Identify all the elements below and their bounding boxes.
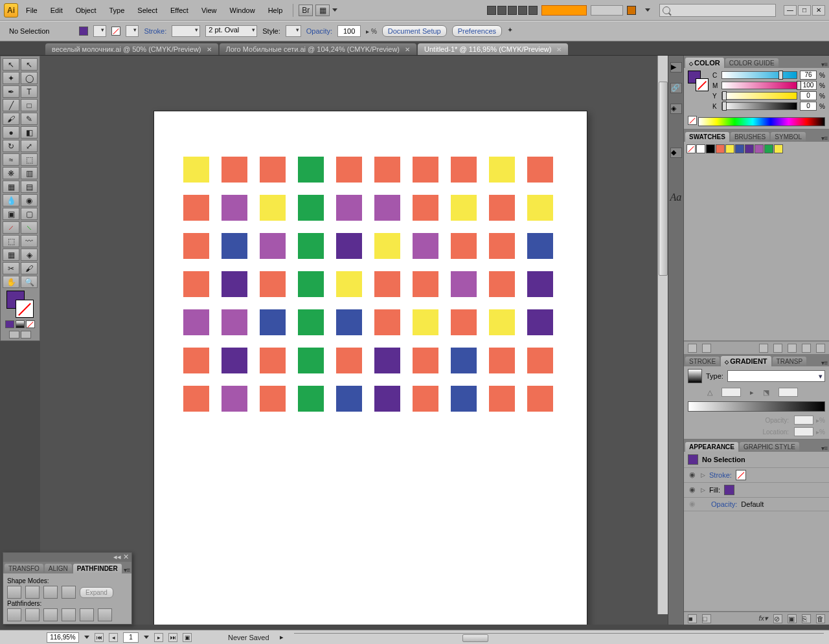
workspace-extra[interactable] <box>591 5 623 16</box>
grid-square[interactable] <box>298 309 324 335</box>
ws-icon[interactable] <box>508 6 517 15</box>
close-button[interactable]: ✕ <box>812 5 825 16</box>
grid-square[interactable] <box>527 386 553 412</box>
perspective-select-tool[interactable]: ◈ <box>21 249 38 261</box>
grid-square[interactable] <box>260 309 286 335</box>
bridge-icon[interactable]: Br <box>299 5 313 16</box>
appearance-stroke-label[interactable]: Stroke: <box>709 471 732 479</box>
menu-effect[interactable]: Effect <box>165 4 194 17</box>
grid-square[interactable] <box>527 195 553 221</box>
workspace-close-icon[interactable] <box>627 6 636 15</box>
maximize-button[interactable]: □ <box>798 5 811 16</box>
grid-square[interactable] <box>413 309 438 335</box>
artboard-tool[interactable]: ⬚ <box>3 235 19 247</box>
grid-square[interactable] <box>183 348 209 373</box>
color-value-input[interactable]: 76 <box>800 71 817 80</box>
expand-button[interactable]: Expand <box>80 587 113 598</box>
grid-square[interactable] <box>374 157 400 183</box>
ws-icon[interactable] <box>497 6 506 15</box>
grid-square[interactable] <box>413 195 438 221</box>
slice-tool[interactable]: ⟍ <box>21 221 38 234</box>
swatch[interactable] <box>696 144 705 153</box>
tab-color[interactable]: ◇COLOR <box>685 58 724 68</box>
grid-square[interactable] <box>489 348 515 373</box>
menu-type[interactable]: Type <box>104 4 130 17</box>
grid-square[interactable] <box>489 271 515 297</box>
scissors-tool[interactable]: ✂ <box>3 262 19 274</box>
close-icon[interactable]: ✕ <box>405 46 410 53</box>
warp-tool[interactable]: ≈ <box>3 153 19 166</box>
grid-square[interactable] <box>298 348 324 373</box>
artboard-nav-icon[interactable]: ▣ <box>183 633 192 642</box>
grid-square[interactable] <box>336 386 362 412</box>
line-tool[interactable]: ╱ <box>3 99 19 111</box>
ws-icon[interactable] <box>528 6 538 15</box>
tab-color-guide[interactable]: COLOR GUIDE <box>725 58 778 68</box>
fill-dropdown[interactable] <box>93 25 106 37</box>
gradient-type-select[interactable] <box>727 370 825 382</box>
crop-button[interactable] <box>62 608 76 621</box>
eraser-tool[interactable]: ◧ <box>21 126 38 139</box>
blend-tool[interactable]: ◉ <box>21 194 38 206</box>
horizontal-scrollbar[interactable] <box>294 633 824 642</box>
scrollbar-thumb[interactable] <box>659 82 668 276</box>
grid-square[interactable] <box>260 157 286 183</box>
close-icon[interactable]: ✕ <box>556 46 562 53</box>
preferences-button[interactable]: Preferences <box>452 25 502 37</box>
opacity-label[interactable]: Opacity: <box>306 27 332 35</box>
color-mode-none[interactable] <box>26 320 35 328</box>
grid-square[interactable] <box>527 233 553 259</box>
menu-view[interactable]: View <box>196 4 222 17</box>
visibility-toggle[interactable]: ◉ <box>688 471 697 480</box>
delete-swatch-icon[interactable] <box>816 344 825 353</box>
outline-button[interactable] <box>80 608 94 621</box>
grid-square[interactable] <box>451 348 477 373</box>
blob-brush-tool[interactable]: ● <box>3 126 19 139</box>
pencil-tool[interactable]: ✎ <box>21 113 38 125</box>
panel-menu-icon[interactable]: ▾≡ <box>820 359 829 366</box>
gradient-location-input[interactable] <box>794 427 813 436</box>
hand-tool[interactable]: ✋ <box>3 276 19 288</box>
grid-square[interactable] <box>489 195 515 221</box>
vertical-scrollbar[interactable] <box>657 56 668 614</box>
grid-square[interactable] <box>527 271 553 297</box>
grid-square[interactable] <box>527 309 553 335</box>
grid-square[interactable] <box>336 195 362 221</box>
grid-square[interactable] <box>413 233 438 259</box>
grid-square[interactable] <box>298 195 324 221</box>
swatch[interactable] <box>716 144 725 153</box>
knife-tool[interactable]: 🖌 <box>21 262 38 274</box>
rotate-tool[interactable]: ↻ <box>3 140 19 152</box>
grid-square[interactable] <box>451 271 477 297</box>
unite-button[interactable] <box>7 586 21 599</box>
live-paint-selection-tool[interactable]: ▢ <box>21 208 38 220</box>
none-color-icon[interactable] <box>688 116 697 125</box>
workspace-switcher[interactable] <box>541 5 587 16</box>
grid-square[interactable] <box>527 157 553 183</box>
scrollbar-thumb[interactable] <box>462 634 488 642</box>
grid-square[interactable] <box>451 195 477 221</box>
intersect-button[interactable] <box>43 586 58 599</box>
ws-icon[interactable] <box>518 6 527 15</box>
mesh-tool[interactable]: ▦ <box>3 181 19 193</box>
new-swatch-icon[interactable] <box>802 344 811 353</box>
appearance-stroke-swatch[interactable] <box>736 470 746 480</box>
fill-swatch[interactable] <box>79 27 88 36</box>
next-page-button[interactable]: ▸ <box>154 633 163 642</box>
grid-square[interactable] <box>374 348 400 373</box>
grid-square[interactable] <box>374 233 400 259</box>
grid-square[interactable] <box>451 309 477 335</box>
grid-square[interactable] <box>413 271 438 297</box>
opacity-input[interactable] <box>337 25 361 37</box>
perspective-tool[interactable]: ▦ <box>3 249 19 261</box>
page-input[interactable] <box>123 632 139 643</box>
gradient-preview[interactable] <box>688 369 702 383</box>
footer-icon[interactable] <box>788 344 797 353</box>
stroke-label[interactable]: Stroke: <box>144 27 166 35</box>
menu-window[interactable]: Window <box>225 4 260 17</box>
selection-tool[interactable]: ↖ <box>3 58 19 71</box>
close-icon[interactable]: ✕ <box>123 553 129 562</box>
grid-square[interactable] <box>183 386 209 412</box>
grid-square[interactable] <box>260 233 286 259</box>
color-value-input[interactable]: 100 <box>800 81 817 90</box>
